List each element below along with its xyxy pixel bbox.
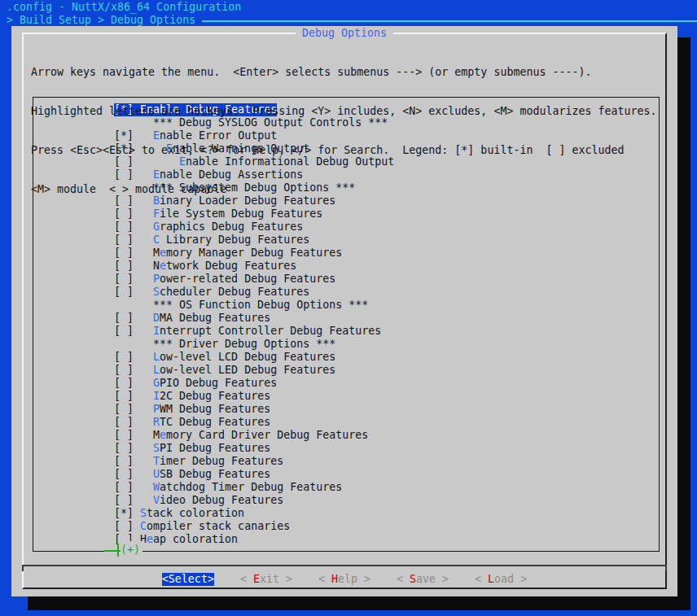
menu-item[interactable]: [ ] PWM Debug Features xyxy=(33,403,659,416)
menu-item[interactable]: [ ] DMA Debug Features xyxy=(33,312,659,325)
menu-item[interactable]: [ ] Scheduler Debug Features xyxy=(33,286,659,299)
save-button[interactable]: < Save > xyxy=(397,573,449,586)
hotkey-letter: S xyxy=(153,286,160,298)
menu-item[interactable]: [ ] Interrupt Controller Debug Features xyxy=(33,325,659,338)
help-line: Press <Esc><Esc> to exit, <?> for Help, … xyxy=(31,144,657,157)
menu-item[interactable]: [ ] Low-level LCD Debug Features xyxy=(33,351,659,364)
menu-item[interactable]: [ ] C Library Debug Features xyxy=(33,234,659,247)
menu-item[interactable]: [ ] Memory Card Driver Debug Features xyxy=(33,429,659,442)
hotkey-letter: I xyxy=(153,390,160,402)
help-button[interactable]: < Help > xyxy=(318,573,370,586)
breadcrumb-rule xyxy=(202,20,697,22)
hotkey-letter: U xyxy=(153,468,160,480)
help-line: Highlighted letters are hotkeys. Pressin… xyxy=(31,105,657,118)
hotkey-letter: W xyxy=(153,481,160,493)
hotkey-letter: P xyxy=(153,403,160,415)
hotkey-letter: e xyxy=(160,260,166,272)
select-button[interactable]: <Select> xyxy=(162,573,214,586)
terminal-screen: .config - NuttX/x86_64 Configuration > B… xyxy=(0,0,697,616)
menu-item[interactable]: [ ] RTC Debug Features xyxy=(33,416,659,429)
menu-item[interactable]: [ ] Video Debug Features xyxy=(33,494,659,507)
help-line: <M> module < > module capable xyxy=(31,183,657,196)
hotkey-letter: E xyxy=(253,573,260,585)
menu-item[interactable]: [ ] Power-related Debug Features xyxy=(33,273,659,286)
dialog-title: Debug Options xyxy=(296,27,393,40)
menu-item[interactable]: [ ] Compiler stack canaries xyxy=(33,520,659,533)
menu-item[interactable]: [ ] GPIO Debug Features xyxy=(33,377,659,390)
hotkey-letter: S xyxy=(410,573,416,585)
hotkey-letter: T xyxy=(153,455,160,467)
menu-separator: *** OS Function Debug Options *** xyxy=(33,299,659,312)
app-title: .config - NuttX/x86_64 Configuration xyxy=(7,1,241,14)
menu-item[interactable]: [*] Stack coloration xyxy=(33,507,659,520)
exit-button[interactable]: < Exit > xyxy=(240,573,292,586)
menu-item[interactable]: [ ] Graphics Debug Features xyxy=(33,221,659,234)
hotkey-letter: I xyxy=(153,325,160,337)
hotkey-letter: D xyxy=(153,312,160,324)
hotkey-letter: L xyxy=(153,351,160,363)
scroll-more-tick xyxy=(117,544,119,557)
hotkey-letter: C xyxy=(153,234,160,246)
hotkey-letter: G xyxy=(153,377,160,389)
menu-item[interactable]: [ ] Watchdog Timer Debug Features xyxy=(33,481,659,494)
menu-item[interactable]: [ ] Timer Debug Features xyxy=(33,455,659,468)
hotkey-letter: e xyxy=(160,247,166,259)
menu-separator: *** Driver Debug Options *** xyxy=(33,338,659,351)
hotkey-letter: V xyxy=(153,494,160,506)
hotkey-letter: L xyxy=(488,573,494,585)
help-line: Arrow keys navigate the menu. <Enter> se… xyxy=(31,66,657,79)
menu-item[interactable]: [ ] Memory Manager Debug Features xyxy=(33,247,659,260)
button-row: <Select>< Exit >< Help >< Save >< Load > xyxy=(11,573,677,586)
breadcrumb: > Build Setup > Debug Options xyxy=(7,14,195,27)
scroll-more-indicator: (+) xyxy=(121,541,142,559)
menu-item[interactable]: [ ] Low-level LED Debug Features xyxy=(33,364,659,377)
button-separator xyxy=(22,565,667,566)
hotkey-letter: e xyxy=(160,429,166,441)
menu-item[interactable]: [ ] USB Debug Features xyxy=(33,468,659,481)
hotkey-letter: G xyxy=(153,221,160,233)
hotkey-letter: H xyxy=(331,573,338,585)
hotkey-letter: e xyxy=(147,533,153,545)
hotkey-letter: S xyxy=(153,442,160,454)
hotkey-letter: R xyxy=(153,416,160,428)
hotkey-letter: S xyxy=(140,507,147,519)
hotkey-letter: C xyxy=(140,520,147,532)
load-button[interactable]: < Load > xyxy=(475,573,527,586)
menu-item[interactable]: [ ] I2C Debug Features xyxy=(33,390,659,403)
hotkey-letter: P xyxy=(153,273,160,285)
menu-item[interactable]: [ ] Network Debug Features xyxy=(33,260,659,273)
help-text: Arrow keys navigate the menu. <Enter> se… xyxy=(31,40,657,222)
menu-item[interactable]: [ ] SPI Debug Features xyxy=(33,442,659,455)
debug-options-dialog: Debug Options Arrow keys navigate the me… xyxy=(11,26,677,596)
hotkey-letter: L xyxy=(153,364,160,376)
